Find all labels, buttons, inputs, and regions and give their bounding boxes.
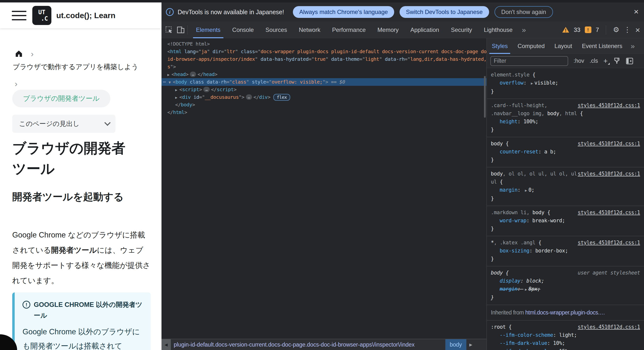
pseudo-state-toggle[interactable]: :hov xyxy=(574,58,584,64)
css-declaration[interactable]: --ifm-darker-value: 15%; xyxy=(491,347,640,350)
devtools-tab-lighthouse[interactable]: Lighthouse xyxy=(478,22,518,38)
styles-tab-styles[interactable]: Styles xyxy=(487,38,512,54)
sidebar-toggle-icon[interactable] xyxy=(626,57,633,65)
dom-crumb-selected[interactable]: body xyxy=(445,339,466,350)
inherited-element-link[interactable]: html.docs-wrapper.plugin-docs.… xyxy=(525,309,605,316)
devtools-tab-application[interactable]: Application xyxy=(404,22,445,38)
devtools-tab-console[interactable]: Console xyxy=(226,22,260,38)
elements-tree-line[interactable]: </html> xyxy=(162,109,486,116)
notification-close-icon[interactable]: × xyxy=(634,7,638,17)
css-declaration[interactable]: counter-reset: a b; xyxy=(491,148,640,156)
code-token: </ xyxy=(167,109,173,115)
style-rule[interactable]: styles.4510f12d.css:1body {counter-reset… xyxy=(487,137,644,167)
code-token: html xyxy=(170,49,182,54)
code-token: < xyxy=(179,87,182,92)
browser-top-strip xyxy=(0,0,644,3)
style-rule[interactable]: styles.4510f12d.css:1*, .katex .angl {bo… xyxy=(487,236,644,266)
new-style-rule-icon[interactable]: + xyxy=(604,57,608,65)
elements-tree-line[interactable]: <html lang="ja" dir="ltr" class="docs-wr… xyxy=(162,48,486,55)
devtools-tab-security[interactable]: Security xyxy=(445,22,478,38)
css-declaration[interactable]: --ifm-dark-value: 10%; xyxy=(491,339,640,347)
closing-brace: } xyxy=(491,88,640,96)
toc-collapsible[interactable]: このページの見出し xyxy=(12,115,116,133)
elements-tree-line[interactable]: <!DOCTYPE html> xyxy=(162,40,486,48)
expand-longhand-icon[interactable]: ▶ xyxy=(529,81,534,86)
css-declaration[interactable]: margin: ▶8px; xyxy=(491,285,640,294)
stylesheet-source-link[interactable]: styles.4510f12d.css:1 xyxy=(578,140,640,148)
style-rule[interactable]: user agent stylesheetbody {display: bloc… xyxy=(487,266,644,305)
elements-tree-line[interactable]: ▶ <script>…</script> xyxy=(162,86,486,93)
crumb-scroll-left-icon[interactable]: ◀ xyxy=(162,339,171,350)
warning-icon[interactable] xyxy=(562,27,569,33)
devtools-close-icon[interactable]: × xyxy=(635,26,640,34)
settings-gear-icon[interactable]: ⚙ xyxy=(613,26,619,33)
stylesheet-source-link[interactable]: styles.4510f12d.css:1 xyxy=(578,323,640,331)
warning-count[interactable]: 33 xyxy=(574,27,580,33)
styles-filter-input[interactable] xyxy=(490,56,568,66)
rendering-brush-icon[interactable] xyxy=(613,57,620,65)
expand-ellipsis-icon[interactable]: … xyxy=(190,72,196,77)
dom-crumb-path[interactable]: plugin-id-default.docs-version-current.d… xyxy=(174,341,445,348)
hamburger-menu-icon[interactable] xyxy=(12,11,26,20)
crumb-scroll-right-icon[interactable]: ▶ xyxy=(469,342,472,347)
callout-title: ! GOOGLE CHROME 以外の開発者ツール xyxy=(22,299,144,321)
elements-scrollbar[interactable] xyxy=(484,76,486,118)
notification-button[interactable]: Switch DevTools to Japanese xyxy=(400,6,489,18)
code-token: data-rh xyxy=(382,56,404,62)
style-rule[interactable]: styles.4510f12d.css:1.card--full-height,… xyxy=(487,99,644,137)
css-declaration[interactable]: margin: ▶0; xyxy=(491,186,640,195)
device-toolbar-icon[interactable] xyxy=(177,26,185,34)
expand-ellipsis-icon[interactable]: … xyxy=(246,94,252,100)
flex-badge[interactable]: flex xyxy=(273,94,290,101)
elements-tree-line-selected[interactable]: ⋯ ▼ <body class data-rh="class" style="o… xyxy=(162,78,486,86)
site-title[interactable]: ut.code(); Learn xyxy=(56,11,116,20)
stylesheet-origin-label: user agent stylesheet xyxy=(578,269,640,277)
elements-tree-line[interactable]: ▶ <head>…</head> xyxy=(162,71,486,78)
expand-longhand-icon[interactable]: ▶ xyxy=(523,287,528,292)
notification-button[interactable]: Always match Chrome's language xyxy=(293,6,394,18)
css-declaration[interactable]: height: 100%; xyxy=(491,118,640,126)
devtools-tab-elements[interactable]: Elements xyxy=(190,22,226,38)
styles-more-tabs-icon[interactable]: » xyxy=(627,42,638,50)
devtools-tab-sources[interactable]: Sources xyxy=(260,22,293,38)
issues-icon[interactable]: ! xyxy=(585,27,592,33)
devtools-tab-memory[interactable]: Memory xyxy=(372,22,405,38)
style-rule[interactable]: element.style {overflow: ▶visible;} xyxy=(487,68,644,99)
code-token: " xyxy=(379,56,382,62)
devtools-tab-network[interactable]: Network xyxy=(293,22,326,38)
css-declaration[interactable]: box-sizing: border-box; xyxy=(491,247,640,255)
notification-button[interactable]: Don't show again xyxy=(494,6,553,18)
element-class-toggle[interactable]: .cls xyxy=(590,58,598,64)
stylesheet-source-link[interactable]: styles.4510f12d.css:1 xyxy=(578,101,640,110)
site-logo[interactable]: UT .C xyxy=(32,6,52,25)
css-declaration[interactable]: display: block; xyxy=(491,277,640,285)
styles-tab-layout[interactable]: Layout xyxy=(550,38,577,54)
breadcrumb-item-course[interactable]: ブラウザで動作するアプリを構築しよう xyxy=(13,62,138,72)
style-rule[interactable]: styles.4510f12d.css:1:root {--ifm-color-… xyxy=(487,321,644,350)
inspect-element-icon[interactable] xyxy=(165,26,173,34)
expand-ellipsis-icon[interactable]: … xyxy=(203,87,210,92)
elements-tree-line[interactable]: ▶ <div id="__docusaurus">…</div>flex xyxy=(162,93,486,101)
kebab-menu-icon[interactable]: ⋮ xyxy=(624,26,631,33)
elements-tree-line[interactable]: id-browser-apps/inspector/index" data-ha… xyxy=(162,55,486,63)
expand-longhand-icon[interactable]: ▶ xyxy=(523,188,528,193)
elements-tree-line[interactable]: </body> xyxy=(162,101,486,109)
issues-count[interactable]: 7 xyxy=(596,27,599,33)
closing-brace: } xyxy=(491,255,640,263)
stylesheet-source-link[interactable]: styles.4510f12d.css:1 xyxy=(578,239,640,247)
style-rule[interactable]: styles.4510f12d.css:1body, ol ol, ol ul,… xyxy=(487,167,644,206)
css-declaration[interactable]: overflow: ▶visible; xyxy=(491,79,640,88)
home-icon[interactable] xyxy=(15,50,22,57)
elements-tree-line[interactable]: s"> xyxy=(162,63,486,71)
style-rule[interactable]: styles.4510f12d.css:1.markdown li, body … xyxy=(487,206,644,236)
breadcrumb-current-page[interactable]: ブラウザの開発者ツール xyxy=(12,90,110,107)
css-declaration[interactable]: word-wrap: break-word; xyxy=(491,217,640,225)
stylesheet-source-link[interactable]: styles.4510f12d.css:1 xyxy=(578,209,640,217)
styles-tab-event-listeners[interactable]: Event Listeners xyxy=(577,38,627,54)
devtools-tab-performance[interactable]: Performance xyxy=(326,22,372,38)
styles-tab-computed[interactable]: Computed xyxy=(512,38,550,54)
selector-text: body xyxy=(532,210,544,216)
css-declaration[interactable]: --ifm-color-scheme: light; xyxy=(491,331,640,339)
more-tabs-icon[interactable]: » xyxy=(518,26,530,34)
stylesheet-source-link[interactable]: styles.4510f12d.css:1 xyxy=(578,170,640,178)
